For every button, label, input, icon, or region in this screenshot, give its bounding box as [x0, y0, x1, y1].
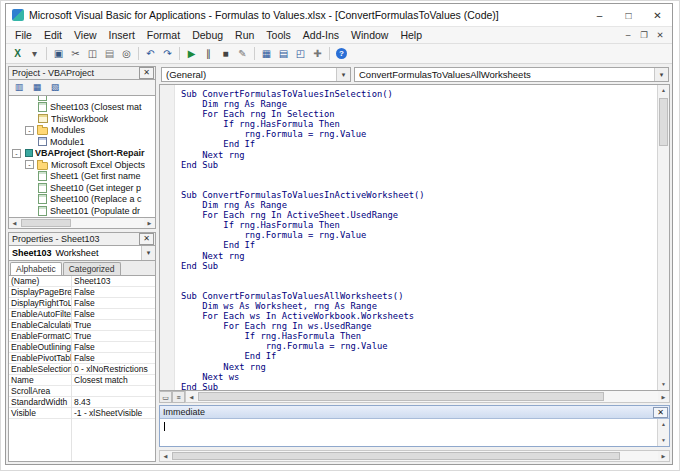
scrollbar-track[interactable]: [171, 451, 658, 461]
child-restore-button[interactable]: ❐: [636, 30, 652, 40]
copy-icon[interactable]: ◫: [84, 46, 101, 62]
property-value[interactable]: False: [71, 353, 155, 363]
scroll-right-icon[interactable]: ▶: [658, 394, 669, 400]
dropdown-icon[interactable]: ▾: [336, 68, 350, 81]
toggle-folders-icon[interactable]: ▧: [47, 81, 63, 94]
scrollbar-thumb[interactable]: [21, 219, 71, 227]
help-icon[interactable]: ?: [333, 46, 350, 62]
view-code-icon[interactable]: ▥: [11, 81, 27, 94]
view-object-icon[interactable]: ▦: [29, 81, 45, 94]
menu-item-file[interactable]: File: [9, 28, 38, 42]
property-value[interactable]: 8.43: [71, 397, 155, 407]
scroll-left-icon[interactable]: ◀: [9, 220, 20, 226]
property-value[interactable]: True: [71, 320, 155, 330]
child-minimize-button[interactable]: –: [620, 30, 636, 40]
view-microsoft-excel-icon[interactable]: X: [9, 46, 26, 62]
menu-item-debug[interactable]: Debug: [186, 28, 229, 42]
procedure-view-button[interactable]: ▭: [159, 391, 172, 403]
menu-item-help[interactable]: Help: [394, 28, 428, 42]
property-value[interactable]: [71, 386, 155, 396]
run-icon[interactable]: ▶: [183, 46, 200, 62]
scroll-up-icon[interactable]: ▲: [658, 85, 669, 96]
scroll-down-icon[interactable]: ▼: [658, 435, 669, 446]
scroll-down-icon[interactable]: ▼: [658, 379, 669, 390]
tree-item[interactable]: Sheet103 (Closest mat: [9, 102, 155, 114]
scroll-right-icon[interactable]: ▶: [658, 453, 669, 459]
procedure-dropdown[interactable]: ConvertFormulasToValuesAllWorksheets ▾: [354, 67, 669, 82]
property-row[interactable]: (Name)Sheet103: [9, 276, 155, 287]
menu-item-format[interactable]: Format: [141, 28, 186, 42]
tree-item[interactable]: Sheet1 (Get first name: [9, 171, 155, 183]
object-dropdown[interactable]: (General) ▾: [161, 67, 351, 82]
menu-item-window[interactable]: Window: [345, 28, 394, 42]
save-icon[interactable]: ▣: [50, 46, 67, 62]
scroll-left-icon[interactable]: ◀: [160, 453, 171, 459]
project-panel-close-button[interactable]: ✕: [139, 67, 154, 79]
property-row[interactable]: EnableFormatConditiTrue: [9, 331, 155, 342]
scrollbar-thumb[interactable]: [659, 98, 668, 146]
immediate-close-button[interactable]: ✕: [653, 407, 668, 418]
property-row[interactable]: EnableOutliningFalse: [9, 342, 155, 353]
immediate-hscrollbar[interactable]: ◀ ▶: [159, 450, 670, 462]
scrollbar-track[interactable]: [197, 391, 658, 402]
dropdown-icon[interactable]: ▾: [654, 68, 668, 81]
scroll-left-icon[interactable]: ◀: [186, 394, 197, 400]
tree-item[interactable]: Sheet100 (Replace a c: [9, 194, 155, 206]
tree-item[interactable]: Sheet101 (Populate dr: [9, 205, 155, 217]
tree-item[interactable]: -Microsoft Excel Objects: [9, 159, 155, 171]
tree-item[interactable]: Sheet10 (Get integer p: [9, 182, 155, 194]
properties-panel-close-button[interactable]: ✕: [139, 233, 154, 245]
property-value[interactable]: False: [71, 298, 155, 308]
scrollbar-thumb[interactable]: [172, 452, 620, 460]
property-value[interactable]: False: [71, 287, 155, 297]
tab-categorized[interactable]: Categorized: [63, 262, 121, 275]
object-selector-dropdown[interactable]: Sheet103 Worksheet ▾: [8, 246, 156, 261]
maximize-button[interactable]: □: [614, 4, 643, 26]
tree-expander-icon[interactable]: -: [25, 126, 34, 135]
scroll-right-icon[interactable]: ▶: [144, 220, 155, 226]
menu-item-insert[interactable]: Insert: [103, 28, 141, 42]
reset-icon[interactable]: ■: [217, 46, 234, 62]
properties-window-icon[interactable]: ▤: [275, 46, 292, 62]
undo-icon[interactable]: ↶: [142, 46, 159, 62]
property-row[interactable]: DisplayRightToLeftFalse: [9, 298, 155, 309]
property-value[interactable]: Closest match: [71, 375, 155, 385]
property-value[interactable]: -1 - xlSheetVisible: [71, 408, 155, 418]
full-module-view-button[interactable]: ≡: [172, 391, 185, 403]
break-icon[interactable]: ∥: [200, 46, 217, 62]
tree-item[interactable]: -VBAProject (Short-Repair: [9, 148, 155, 160]
child-close-button[interactable]: ✕: [652, 30, 668, 40]
project-explorer-icon[interactable]: ▦: [258, 46, 275, 62]
immediate-input[interactable]: ▲ ▼: [160, 419, 669, 446]
property-value[interactable]: True: [71, 331, 155, 341]
object-browser-icon[interactable]: ◰: [292, 46, 309, 62]
property-row[interactable]: NameClosest match: [9, 375, 155, 386]
tab-alphabetic[interactable]: Alphabetic: [10, 262, 62, 275]
minimize-button[interactable]: –: [585, 4, 614, 26]
scrollbar-track[interactable]: [20, 218, 144, 228]
dropdown-icon[interactable]: ▾: [141, 246, 155, 260]
code-vscrollbar[interactable]: ▲ ▼: [657, 85, 669, 390]
code-margin-indicator-bar[interactable]: [160, 85, 175, 390]
tree-item[interactable]: Module1: [9, 136, 155, 148]
cut-icon[interactable]: ✂: [67, 46, 84, 62]
redo-icon[interactable]: ↷: [159, 46, 176, 62]
property-row[interactable]: ScrollArea: [9, 386, 155, 397]
scroll-up-icon[interactable]: ▲: [658, 419, 669, 430]
property-row[interactable]: EnableCalculationTrue: [9, 320, 155, 331]
property-row[interactable]: EnableSelection0 - xlNoRestrictions: [9, 364, 155, 375]
property-row[interactable]: StandardWidth8.43: [9, 397, 155, 408]
tree-item[interactable]: ThisWorkbook: [9, 113, 155, 125]
insert-object-dropdown-icon[interactable]: ▾: [26, 46, 43, 62]
code-editor[interactable]: Sub ConvertFormulasToValuesInSelection()…: [175, 85, 657, 390]
menu-item-tools[interactable]: Tools: [260, 28, 297, 42]
property-value[interactable]: 0 - xlNoRestrictions: [71, 364, 155, 374]
menu-item-view[interactable]: View: [68, 28, 103, 42]
tree-expander-icon[interactable]: -: [25, 160, 34, 169]
code-hscrollbar[interactable]: ◀ ▶: [185, 391, 670, 403]
project-tree-hscrollbar[interactable]: ◀ ▶: [8, 218, 156, 229]
menu-item-run[interactable]: Run: [229, 28, 260, 42]
toolbox-icon[interactable]: ✚: [309, 46, 326, 62]
close-button[interactable]: ✕: [643, 4, 672, 26]
menu-item-addins[interactable]: Add-Ins: [297, 28, 345, 42]
